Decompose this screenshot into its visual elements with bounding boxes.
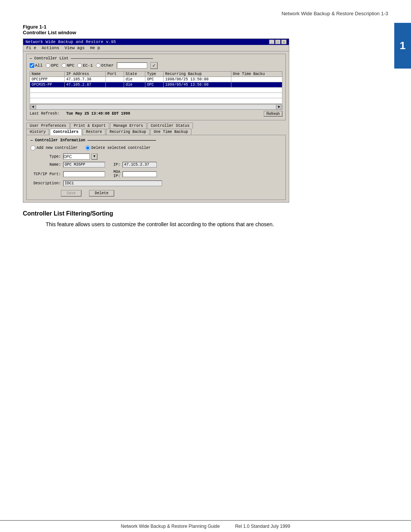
type-form-row: Type: ▼ bbox=[30, 153, 282, 160]
type-input[interactable] bbox=[63, 153, 90, 160]
filter-button[interactable]: ✓ bbox=[150, 62, 158, 69]
chapter-number: 1 bbox=[400, 40, 406, 52]
menu-help[interactable]: He p bbox=[90, 46, 100, 50]
tcpip-label: TCP/IP Port: bbox=[30, 172, 61, 176]
tab-restore[interactable]: Restore bbox=[83, 129, 105, 135]
tab-onetime-backup[interactable]: One Time Backup bbox=[150, 129, 191, 135]
radio-row: Add new controller Delete selected contr… bbox=[30, 145, 282, 150]
footer-left: Network Wide Backup & Restore Planning G… bbox=[121, 524, 220, 529]
table-row bbox=[30, 93, 282, 98]
other-label: Other bbox=[101, 63, 114, 68]
horizontal-scrollbar[interactable]: ◄ ► bbox=[30, 104, 282, 110]
name-ip-row: Name: IP: bbox=[30, 162, 282, 168]
add-radio[interactable] bbox=[30, 145, 35, 150]
tab-history[interactable]: History bbox=[26, 129, 49, 135]
tab-manage-errors[interactable]: Manage Errors bbox=[110, 123, 147, 129]
desc-input[interactable] bbox=[63, 181, 162, 186]
app-titlebar: Network Wide Backup and Restore v.95 _ □… bbox=[23, 39, 289, 45]
scroll-track bbox=[36, 105, 276, 109]
menu-file[interactable]: Fi e bbox=[26, 46, 36, 50]
bottom-tab-row: History Controllers Restore Recurring Ba… bbox=[26, 129, 286, 135]
scroll-right[interactable]: ► bbox=[276, 105, 282, 109]
tab-print-export[interactable]: Print & Export bbox=[70, 123, 109, 129]
moa-label: MOA IP: bbox=[105, 170, 120, 178]
cell-state: die bbox=[124, 82, 145, 88]
cell-onetime bbox=[231, 77, 282, 82]
controller-list-label: — Controller List ——————————————————————… bbox=[30, 56, 282, 61]
other-radio[interactable] bbox=[96, 63, 100, 68]
cell-port bbox=[106, 77, 124, 82]
app-title: Network Wide Backup and Restore v.95 bbox=[25, 40, 116, 44]
top-tab-row: User Preferences Print & Export Manage E… bbox=[26, 123, 286, 129]
tab-controller-status[interactable]: Controller Status bbox=[147, 123, 193, 129]
last-refresh-value: Tue May 25 13:49:08 EDT 1999 bbox=[66, 112, 130, 116]
menu-actions[interactable]: Actions bbox=[41, 46, 59, 50]
col-name: Name bbox=[30, 72, 65, 77]
npc-radio[interactable] bbox=[62, 63, 66, 68]
radio-delete-controller[interactable]: Delete selected controller bbox=[85, 145, 151, 150]
app-window: Network Wide Backup and Restore v.95 _ □… bbox=[23, 38, 289, 203]
controller-list-panel: — Controller List ——————————————————————… bbox=[26, 54, 286, 120]
other-input[interactable] bbox=[117, 62, 147, 69]
cell-state: die bbox=[124, 77, 145, 82]
last-refresh-row: Last Refresh: Tue May 25 13:49:08 EDT 19… bbox=[30, 110, 282, 118]
cell-onetime bbox=[231, 82, 282, 88]
desc-label: Description: bbox=[30, 181, 61, 185]
type-row: ▼ bbox=[63, 153, 97, 160]
opc-label: OPC bbox=[51, 63, 59, 68]
figure-title: Controller List window bbox=[23, 30, 388, 35]
cell-type: OPC bbox=[145, 82, 164, 88]
all-checkbox[interactable] bbox=[30, 63, 34, 68]
filter-other[interactable]: Other bbox=[96, 63, 114, 68]
scroll-left[interactable]: ◄ bbox=[30, 105, 36, 109]
close-button[interactable]: × bbox=[281, 40, 287, 44]
page-footer: Network Wide Backup & Restore Planning G… bbox=[0, 520, 411, 532]
ip-input[interactable] bbox=[123, 162, 157, 168]
ip-label: IP: bbox=[105, 163, 120, 167]
delete-button[interactable]: Delete bbox=[89, 190, 114, 197]
last-refresh-container: Last Refresh: Tue May 25 13:49:08 EDT 19… bbox=[30, 112, 130, 116]
menu-view[interactable]: View ags bbox=[65, 46, 85, 50]
figure-label: Figure 1-1 Controller List window bbox=[23, 24, 388, 35]
filter-ec1[interactable]: EC-1 bbox=[77, 63, 92, 68]
filter-all[interactable]: All bbox=[30, 63, 43, 68]
add-label: Add new controller bbox=[37, 146, 78, 150]
last-refresh-label: Last Refresh: bbox=[30, 112, 59, 116]
controller-table: Name IP Address Port State Type Recurrin… bbox=[30, 71, 282, 104]
figure-number: Figure 1-1 bbox=[23, 24, 388, 30]
tab-controllers[interactable]: Controllers bbox=[50, 129, 82, 135]
ec1-radio[interactable] bbox=[77, 63, 82, 68]
col-type: Type bbox=[145, 72, 164, 77]
table-row[interactable]: OPCM35-PP 47.105.2.87 die OPC 1999/05/45… bbox=[30, 82, 282, 88]
tab-user-preferences[interactable]: User Preferences bbox=[26, 123, 70, 129]
controller-info-panel: — Controller Information ———————————————… bbox=[26, 135, 286, 200]
refresh-button[interactable]: Refresh bbox=[264, 111, 282, 117]
section-body: This feature allows users to customize t… bbox=[46, 220, 388, 228]
radio-add-controller[interactable]: Add new controller bbox=[30, 145, 78, 150]
table-row bbox=[30, 88, 282, 93]
moa-input[interactable] bbox=[123, 171, 157, 177]
delete-radio[interactable] bbox=[85, 145, 90, 150]
tab-recurring-backup[interactable]: Recurring Backup bbox=[106, 129, 150, 135]
type-label: Type: bbox=[30, 155, 61, 159]
opc-radio[interactable] bbox=[46, 63, 50, 68]
col-state: State bbox=[124, 72, 145, 77]
save-button[interactable]: Save bbox=[61, 190, 81, 197]
maximize-button[interactable]: □ bbox=[275, 40, 280, 44]
controller-info-label: — Controller Information ———————————————… bbox=[30, 138, 282, 142]
tcpip-input[interactable] bbox=[63, 171, 105, 177]
name-label: Name: bbox=[30, 163, 61, 167]
delete-label: Delete selected controller bbox=[91, 146, 151, 150]
page-content: Figure 1-1 Controller List window Networ… bbox=[0, 16, 411, 244]
tcpip-moa-row: TCP/IP Port: MOA IP: bbox=[30, 170, 282, 178]
filter-opc[interactable]: OPC bbox=[46, 63, 59, 68]
filter-npc[interactable]: NPC bbox=[62, 63, 75, 68]
cell-ip: 47.105.7.38 bbox=[64, 77, 105, 82]
cell-port bbox=[106, 82, 124, 88]
type-dropdown-button[interactable]: ▼ bbox=[91, 153, 97, 160]
cell-type: OPC bbox=[145, 77, 164, 82]
minimize-button[interactable]: _ bbox=[269, 40, 274, 44]
table-row[interactable]: OPC1PPP 47.105.7.38 die OPC 1998/06/25 1… bbox=[30, 77, 282, 82]
name-input[interactable] bbox=[63, 162, 105, 168]
ec1-label: EC-1 bbox=[83, 63, 92, 68]
